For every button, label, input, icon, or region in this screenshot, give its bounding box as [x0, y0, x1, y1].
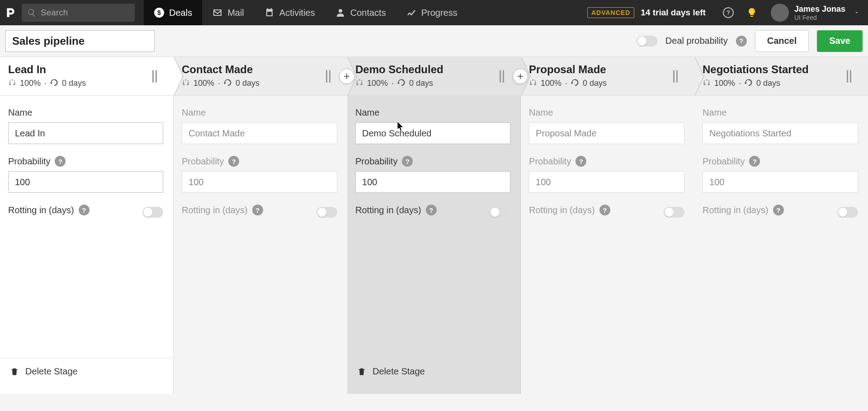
search-input[interactable]: Search — [22, 4, 135, 22]
trash-icon — [357, 367, 366, 377]
search-placeholder: Search — [41, 8, 68, 18]
delete-stage-button[interactable]: Delete Stage — [0, 358, 173, 385]
probability-label: Probability ? — [355, 156, 510, 167]
nav-progress[interactable]: Progress — [396, 0, 467, 25]
save-button[interactable]: Save — [817, 30, 863, 52]
person-icon — [335, 7, 346, 18]
stage-meta: 100% · 0 days — [8, 79, 165, 88]
stage-probability: 100% — [367, 79, 388, 88]
probability-help[interactable]: ? — [576, 156, 586, 167]
stage-days: 0 days — [236, 79, 259, 88]
stage-body: NameProbability ?Rotting in (days) ?Dele… — [0, 96, 174, 394]
stage-probability: 100% — [193, 79, 214, 88]
stage-probability: 100% — [20, 79, 41, 88]
probability-help[interactable]: ? — [402, 156, 413, 167]
rotting-toggle[interactable] — [664, 207, 684, 218]
probability-help[interactable]: ? — [228, 156, 239, 167]
svg-text:?: ? — [726, 9, 731, 16]
stage-days: 0 days — [409, 79, 433, 88]
rotting-label: Rotting in (days) ? — [182, 205, 263, 215]
stage-title: Lead In — [8, 63, 165, 76]
drag-handle[interactable] — [497, 57, 506, 95]
delete-stage-button[interactable]: Delete Stage — [347, 358, 520, 385]
rotting-toggle[interactable] — [490, 207, 510, 218]
stage-bodies: NameProbability ?Rotting in (days) ?Dele… — [0, 96, 868, 394]
stage-probability-input[interactable] — [529, 171, 684, 193]
deal-probability-toggle[interactable] — [637, 36, 657, 47]
stage-probability: 100% — [541, 79, 561, 88]
drag-handle[interactable] — [844, 57, 854, 95]
rotting-toggle[interactable] — [837, 207, 858, 218]
stage-body: NameProbability ?Rotting in (days) ? — [174, 96, 347, 394]
add-stage-button[interactable]: + — [339, 69, 354, 84]
pipeline-toolbar: Deal probability ? Cancel Save — [0, 25, 868, 57]
user-org: UI Feed — [794, 14, 845, 21]
drag-handle[interactable] — [671, 57, 680, 95]
rotting-help[interactable]: ? — [426, 205, 437, 215]
svg-point-2 — [339, 9, 342, 13]
help-button[interactable]: ? — [721, 5, 736, 20]
rotting-toggle[interactable] — [142, 207, 163, 218]
stage-probability-input[interactable] — [355, 171, 510, 193]
rotting-icon — [571, 79, 579, 88]
nav-progress-label: Progress — [421, 8, 458, 18]
nav-mail[interactable]: Mail — [202, 0, 254, 25]
user-menu[interactable]: James Jonas UI Feed — [771, 4, 860, 22]
help-icon: ? — [723, 7, 734, 18]
nav-contacts[interactable]: Contacts — [325, 0, 396, 25]
rotting-help[interactable]: ? — [252, 205, 263, 215]
probability-help[interactable]: ? — [55, 156, 66, 167]
nav-activities[interactable]: Activities — [254, 0, 325, 25]
delete-stage-label: Delete Stage — [25, 366, 78, 377]
stage-probability-input[interactable] — [182, 171, 337, 193]
rotting-label: Rotting in (days) ? — [355, 205, 437, 215]
rotting-help[interactable]: ? — [599, 205, 610, 215]
stage-name-input[interactable] — [703, 122, 858, 144]
stage-name-input[interactable] — [8, 122, 163, 144]
deal-probability-help[interactable]: ? — [736, 36, 747, 47]
stage-title: Contact Made — [182, 63, 339, 76]
stage-probability-input[interactable] — [8, 171, 163, 193]
stage-probability-input[interactable] — [703, 171, 858, 193]
stage-meta: 100% · 0 days — [529, 79, 686, 88]
stage-header[interactable]: Contact Made100% · 0 days — [174, 57, 347, 95]
stage-title: Demo Scheduled — [355, 63, 513, 76]
stage-body: NameProbability ?Rotting in (days) ?Dele… — [347, 96, 521, 394]
tips-button[interactable] — [745, 5, 759, 20]
trial-days-left[interactable]: 14 trial days left — [641, 8, 706, 18]
rotting-icon — [224, 79, 232, 88]
drag-handle[interactable] — [324, 57, 333, 95]
rotting-help[interactable]: ? — [79, 205, 90, 215]
stage-meta: 100% · 0 days — [182, 79, 339, 88]
stage-header[interactable]: +Proposal Made100% · 0 days — [521, 57, 694, 95]
stage-meta: 100% · 0 days — [703, 79, 860, 88]
stage-header[interactable]: Lead In100% · 0 days — [0, 57, 174, 95]
pipeline-name-input[interactable] — [5, 30, 155, 52]
cancel-button[interactable]: Cancel — [755, 30, 809, 52]
probability-help[interactable]: ? — [749, 156, 760, 167]
stage-name-input[interactable] — [529, 122, 684, 144]
drag-handle[interactable] — [150, 57, 159, 95]
stage-header[interactable]: Negotiations Started100% · 0 days — [694, 57, 868, 95]
probability-label: Probability ? — [8, 156, 163, 167]
delete-stage-label: Delete Stage — [373, 366, 425, 377]
nav-deals[interactable]: $ Deals — [144, 0, 202, 25]
progress-icon — [406, 7, 417, 18]
stage-name-input[interactable] — [355, 122, 510, 144]
rotting-help[interactable]: ? — [773, 205, 784, 215]
stage-body: NameProbability ?Rotting in (days) ? — [521, 96, 694, 394]
rotting-label: Rotting in (days) ? — [703, 205, 784, 215]
rotting-toggle[interactable] — [316, 207, 337, 218]
stage-days: 0 days — [756, 79, 780, 88]
add-stage-button[interactable]: + — [513, 69, 528, 84]
nav-deals-label: Deals — [169, 8, 192, 18]
stage-name-input[interactable] — [182, 122, 337, 144]
app-logo[interactable] — [0, 7, 22, 19]
svg-text:$: $ — [157, 9, 161, 16]
stage-header[interactable]: +Demo Scheduled100% · 0 days — [347, 57, 521, 95]
deals-icon: $ — [154, 7, 165, 18]
probability-label: Probability ? — [182, 156, 337, 167]
name-label: Name — [355, 107, 510, 118]
stage-title: Negotiations Started — [703, 63, 860, 76]
scale-icon — [8, 79, 16, 88]
